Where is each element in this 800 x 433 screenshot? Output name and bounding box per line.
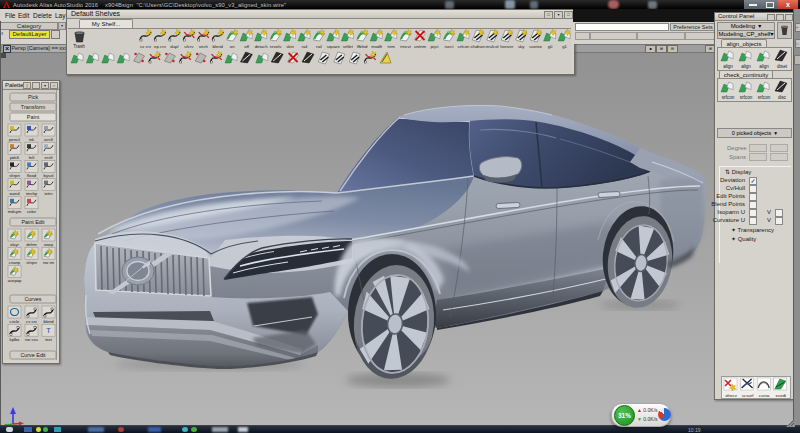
svg-text:square: square <box>327 44 341 49</box>
svg-text:felt: felt <box>29 155 35 160</box>
svg-text:imshp: imshp <box>26 191 38 196</box>
svg-text:Transform: Transform <box>21 104 46 110</box>
svg-text:g1: g1 <box>562 44 567 49</box>
svg-text:revolv: revolv <box>270 44 282 49</box>
svg-text:ep crv: ep crv <box>154 44 167 49</box>
svg-text:xsedt: xsedt <box>776 393 787 398</box>
svg-text:align: align <box>723 64 733 69</box>
svg-text:trncvt: trncvt <box>400 44 411 49</box>
svg-text:kplbx: kplbx <box>10 337 21 342</box>
svg-text:Curve Edit: Curve Edit <box>20 352 46 358</box>
svg-text:srfilet: srfilet <box>343 44 354 49</box>
svg-text:warp: warp <box>44 242 54 247</box>
svg-text:T: T <box>46 326 51 335</box>
svg-text:nw cos: nw cos <box>25 337 38 342</box>
svg-text:prjct: prjct <box>430 44 439 49</box>
svg-text:cnanp: cnanp <box>9 260 21 265</box>
svg-text:detach: detach <box>255 44 269 49</box>
svg-text:mdsym: mdsym <box>8 209 22 214</box>
svg-text:xfrecv: xfrecv <box>725 393 738 398</box>
svg-text:Curves: Curves <box>24 296 41 302</box>
svg-text:pdsft: pdsft <box>10 155 20 160</box>
svg-text:dupl: dupl <box>170 44 178 49</box>
svg-text:cv crv: cv crv <box>26 319 38 324</box>
svg-text:defrm: defrm <box>26 242 37 247</box>
svg-text:srfcon: srfcon <box>758 95 771 100</box>
svg-text:cv crv: cv crv <box>140 44 152 49</box>
svg-text:sky: sky <box>518 44 525 49</box>
svg-text:modft: modft <box>371 44 383 49</box>
svg-text:sfsdnon: sfsdnon <box>470 44 486 49</box>
svg-text:align: align <box>741 64 751 69</box>
svg-text:airsft: airsft <box>44 137 54 142</box>
svg-text:align: align <box>759 64 769 69</box>
svg-text:isect: isect <box>445 44 455 49</box>
svg-text:mulcol: mulcol <box>486 44 498 49</box>
svg-text:rail: rail <box>302 44 308 49</box>
svg-text:srfcon: srfcon <box>458 44 470 49</box>
svg-text:wand: wand <box>9 191 20 196</box>
svg-text:on: on <box>230 44 235 49</box>
svg-text:Paint Edit: Paint Edit <box>21 219 45 225</box>
svg-text:trim: trim <box>388 44 396 49</box>
svg-text:asepap: asepap <box>8 278 22 283</box>
svg-text:off: off <box>244 44 250 49</box>
svg-text:xlayr: xlayr <box>10 242 19 247</box>
svg-text:circle: circle <box>10 319 20 324</box>
svg-text:shrpn: shrpn <box>9 173 20 178</box>
svg-text:shrpn: shrpn <box>26 260 37 265</box>
svg-text:usetex: usetex <box>529 44 543 49</box>
svg-text:flood: flood <box>27 173 37 178</box>
svg-text:sfcrv: sfcrv <box>184 44 194 49</box>
svg-text:text: text <box>45 337 53 342</box>
svg-text:pencil: pencil <box>9 137 20 142</box>
svg-text:ffblnd: ffblnd <box>357 44 368 49</box>
svg-text:color: color <box>27 209 37 214</box>
svg-text:ersft: ersft <box>44 155 53 160</box>
svg-text:g0: g0 <box>548 44 553 49</box>
svg-text:txtrn: txtrn <box>44 191 53 196</box>
svg-text:scsurf: scsurf <box>742 393 754 398</box>
svg-text:disc: disc <box>778 95 787 100</box>
svg-text:curva: curva <box>759 393 770 398</box>
svg-text:Paint: Paint <box>27 114 40 120</box>
svg-text:skin: skin <box>286 44 294 49</box>
svg-text:blend: blend <box>43 319 54 324</box>
svg-text:nw im: nw im <box>43 260 54 265</box>
svg-text:untrim: untrim <box>414 44 426 49</box>
svg-text:strch: strch <box>199 44 209 49</box>
svg-text:Pick: Pick <box>28 94 38 100</box>
svg-text:bysol: bysol <box>44 173 54 178</box>
svg-text:blend: blend <box>212 44 223 49</box>
svg-text:horiver: horiver <box>500 44 514 49</box>
svg-text:rail: rail <box>316 44 322 49</box>
svg-text:Trash: Trash <box>73 44 85 49</box>
svg-text:ink: ink <box>29 137 35 142</box>
svg-text:dtset: dtset <box>777 64 788 69</box>
svg-text:srfcon: srfcon <box>740 95 753 100</box>
svg-text:srfcon: srfcon <box>722 95 735 100</box>
